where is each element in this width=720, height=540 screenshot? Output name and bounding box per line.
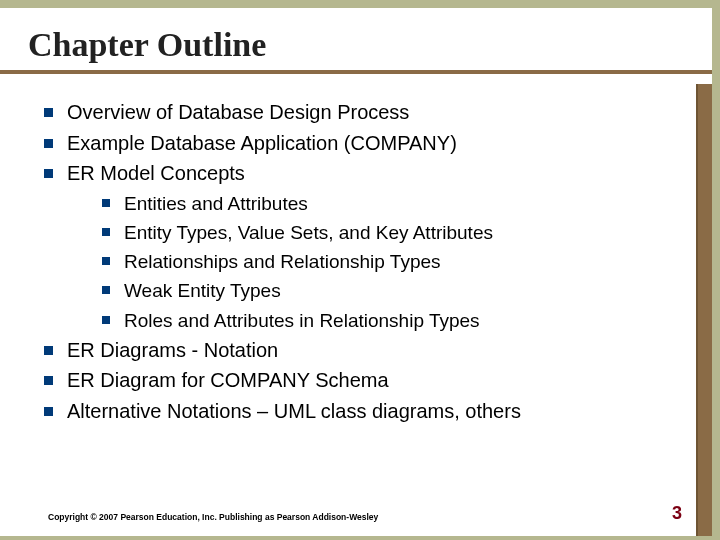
copyright-footer: Copyright © 2007 Pearson Education, Inc.… [48, 512, 378, 522]
content: Overview of Database Design Process Exam… [0, 74, 712, 426]
bullet-icon [102, 199, 110, 207]
bullet-icon [44, 346, 53, 355]
item-text: ER Diagrams - Notation [67, 337, 278, 365]
list-subitem: Entities and Attributes [102, 191, 672, 217]
list-subitem: Relationships and Relationship Types [102, 249, 672, 275]
list-item: ER Diagrams - Notation [44, 337, 672, 365]
list-item: Alternative Notations – UML class diagra… [44, 398, 672, 426]
list-item: ER Model Concepts [44, 160, 672, 188]
bullet-icon [44, 407, 53, 416]
list-item: Example Database Application (COMPANY) [44, 130, 672, 158]
slide: Chapter Outline Overview of Database Des… [0, 8, 712, 536]
accent-bar [696, 84, 712, 536]
item-text: Entity Types, Value Sets, and Key Attrib… [124, 220, 493, 246]
bullet-icon [102, 228, 110, 236]
page-number: 3 [672, 503, 682, 524]
item-text: Relationships and Relationship Types [124, 249, 441, 275]
slide-title: Chapter Outline [28, 26, 712, 64]
item-text: Overview of Database Design Process [67, 99, 409, 127]
list-subitem: Weak Entity Types [102, 278, 672, 304]
item-text: ER Diagram for COMPANY Schema [67, 367, 389, 395]
bullet-icon [44, 169, 53, 178]
item-text: Entities and Attributes [124, 191, 308, 217]
item-text: Example Database Application (COMPANY) [67, 130, 457, 158]
list-subitem: Entity Types, Value Sets, and Key Attrib… [102, 220, 672, 246]
bullet-icon [44, 376, 53, 385]
item-text: Alternative Notations – UML class diagra… [67, 398, 521, 426]
list-subitem: Roles and Attributes in Relationship Typ… [102, 308, 672, 334]
bullet-icon [102, 257, 110, 265]
bullet-icon [102, 286, 110, 294]
bullet-icon [102, 316, 110, 324]
item-text: Weak Entity Types [124, 278, 281, 304]
item-text: Roles and Attributes in Relationship Typ… [124, 308, 480, 334]
list-item: Overview of Database Design Process [44, 99, 672, 127]
title-block: Chapter Outline [0, 8, 712, 74]
bullet-icon [44, 108, 53, 117]
list-item: ER Diagram for COMPANY Schema [44, 367, 672, 395]
bullet-icon [44, 139, 53, 148]
item-text: ER Model Concepts [67, 160, 245, 188]
